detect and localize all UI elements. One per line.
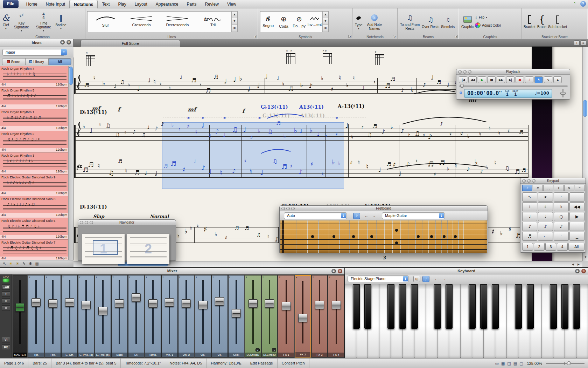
minimize-icon[interactable]	[463, 70, 467, 74]
ribbon-tab-parts[interactable]: Parts	[183, 0, 201, 8]
strip-caret-icon[interactable]: ▾	[96, 276, 97, 279]
score-text[interactable]: Slap	[93, 214, 104, 219]
new-tab-button[interactable]: +	[574, 40, 580, 46]
note-glyph[interactable]: ♮	[169, 86, 171, 91]
strip-caret-icon[interactable]: ▾	[229, 276, 231, 279]
ribbon-button-barline[interactable]: ‖Barline▾	[55, 12, 66, 31]
tab-list-button[interactable]: ≡	[581, 40, 586, 46]
note-glyph[interactable]: ♬	[163, 164, 168, 169]
note-glyph[interactable]: ♪	[201, 165, 205, 171]
ribbon-button-type[interactable]: Type▾	[355, 12, 363, 31]
note-glyph[interactable]: ♪	[407, 133, 411, 138]
note-glyph[interactable]: ♭	[128, 82, 130, 87]
note-glyph[interactable]: ♩	[317, 131, 320, 137]
note-glyph[interactable]: ♪	[467, 167, 470, 172]
note-glyph[interactable]: ♯	[508, 226, 511, 232]
timeline-thumb[interactable]	[460, 84, 464, 88]
note-glyph[interactable]: ♮	[479, 131, 481, 138]
note-glyph[interactable]: ♫	[267, 129, 273, 135]
vi-button[interactable]: VI	[2, 337, 10, 342]
note-glyph[interactable]: ♪	[360, 125, 364, 130]
ribbon-button-add-note-names[interactable]: aAdd Note Names	[364, 12, 385, 31]
dynamic-marking[interactable]: mf	[188, 106, 196, 113]
note-glyph[interactable]: ♪	[309, 83, 313, 89]
status-item-8[interactable]: Concert Pitch	[278, 359, 309, 368]
dynamic-marking[interactable]: f	[118, 106, 120, 113]
channel-fader[interactable]	[298, 314, 307, 322]
keypad-key-9[interactable]: ♩	[522, 212, 537, 221]
navigator-body[interactable]: 12	[78, 225, 176, 261]
channel-fader[interactable]	[132, 293, 141, 302]
strip-caret-icon[interactable]: ▾	[62, 276, 64, 279]
note-glyph[interactable]: ♭	[83, 124, 85, 129]
note-glyph[interactable]: ♮	[197, 224, 198, 229]
close-icon[interactable]	[522, 179, 526, 183]
gallery-up-icon[interactable]: ▲	[232, 12, 237, 18]
chord-symbol[interactable]: D♭13(♯11)	[80, 204, 107, 210]
keypad-voice-2[interactable]: 2	[534, 243, 545, 251]
ideas-tab-all[interactable]: All	[48, 58, 71, 65]
note-glyph[interactable]: ♩	[247, 86, 250, 93]
status-item-7[interactable]: Edit Passage	[246, 359, 278, 368]
scroll-down-arrow[interactable]: ▼	[583, 255, 588, 259]
note-glyph[interactable]: ♩	[194, 159, 196, 164]
note-glyph[interactable]: ♭	[310, 127, 313, 134]
channel-fader[interactable]	[198, 301, 208, 309]
ideas-search-dropdown-icon[interactable]: ▼	[61, 49, 67, 55]
note-glyph[interactable]: ♯	[335, 131, 338, 137]
zoom-slider-thumb[interactable]	[567, 361, 571, 365]
keypad-voice-1[interactable]: 1	[522, 243, 533, 251]
channel-fader[interactable]	[148, 299, 158, 308]
note-glyph[interactable]: ♩	[260, 170, 263, 177]
note-glyph[interactable]: ♯	[350, 160, 353, 165]
note-glyph[interactable]: ♫	[367, 132, 372, 138]
strip-config-icon[interactable]: ●	[272, 348, 276, 352]
fretboard-next-icon[interactable]: →	[371, 213, 378, 219]
piano-key-black-5[interactable]	[399, 284, 406, 329]
keypad-key-1[interactable]: ↖	[522, 192, 537, 202]
strip-caret-icon[interactable]: ▾	[196, 276, 197, 279]
note-glyph[interactable]: ♪	[440, 122, 443, 127]
ribbon-tab-view[interactable]: View	[223, 0, 240, 8]
note-glyph[interactable]: ♩	[148, 77, 150, 83]
keypad-key-12[interactable]: ▶	[569, 212, 584, 221]
ribbon-button-to-and-from-rests[interactable]: ♫To and From Rests	[399, 12, 420, 31]
gallery-item-decrescendo[interactable]: Decrescendo	[160, 12, 196, 32]
note-glyph[interactable]: ♫	[141, 132, 146, 138]
note-glyph[interactable]: ♭	[215, 232, 217, 237]
note-glyph[interactable]: ♮	[267, 234, 269, 239]
ribbon-button-key-signature[interactable]: ♯♯Key Signature▾	[11, 11, 32, 33]
note-glyph[interactable]: ♭	[447, 166, 449, 171]
gallery-up-icon[interactable]: ▲	[323, 12, 328, 18]
note-glyph[interactable]: ♬	[522, 168, 526, 173]
note-glyph[interactable]: ♪	[154, 126, 158, 131]
note-glyph[interactable]: ♮	[178, 127, 180, 132]
chord-symbol[interactable]: G♭13(♯11)	[261, 104, 288, 110]
zoom-icon[interactable]	[468, 70, 471, 74]
idea-item[interactable]: Rock Organ Rhythm 4♭♪♩♪♭♩♩♪♫4/4120bpm	[0, 66, 69, 88]
ribbon-button-flip[interactable]: ↕Flip▾	[475, 15, 487, 20]
view-spread-icon[interactable]: ◫	[507, 361, 511, 366]
note-glyph[interactable]: ♯	[250, 135, 253, 141]
note-glyph[interactable]: ♯	[393, 162, 396, 168]
piano-key-black-18[interactable]	[550, 284, 557, 329]
ribbon-tab-review[interactable]: Review	[201, 0, 223, 8]
note-glyph[interactable]: ♫	[256, 232, 261, 238]
strip-caret-icon[interactable]: ▾	[162, 276, 164, 279]
strip-caret-icon[interactable]: ▾	[79, 276, 80, 279]
live-tempo-button[interactable]: ∿	[544, 76, 552, 83]
delete-idea-icon[interactable]: ▦	[35, 262, 38, 266]
note-glyph[interactable]: ♭	[300, 82, 303, 88]
minimize-icon[interactable]	[286, 207, 290, 210]
note-glyph[interactable]: ♬	[134, 170, 140, 176]
gallery-item-crescendo[interactable]: Crescendo	[124, 12, 160, 32]
lightbulb-icon[interactable]: ☀	[9, 262, 13, 266]
note-glyph[interactable]: ♭	[346, 83, 349, 88]
vertical-scrollbar-thumb[interactable]	[583, 100, 587, 117]
ribbon-tab-play[interactable]: Play	[114, 0, 130, 8]
gallery-item-slur[interactable]: Slur	[88, 12, 124, 32]
fretboard-prev-icon[interactable]: ←	[363, 213, 370, 219]
note-glyph[interactable]: ♯	[182, 166, 185, 173]
note-glyph[interactable]: ♪	[400, 128, 404, 134]
tab-full-score[interactable]: Full Score	[80, 40, 180, 47]
